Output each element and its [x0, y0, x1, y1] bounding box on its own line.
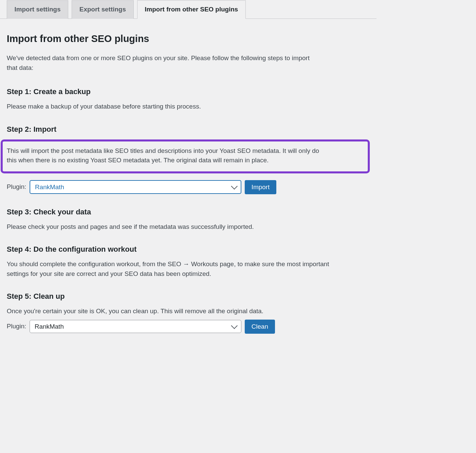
step5-form-row: Plugin: RankMath Clean — [7, 320, 370, 334]
intro-text: We've detected data from one or more SEO… — [7, 53, 319, 73]
clean-button[interactable]: Clean — [245, 320, 275, 334]
step1-heading: Step 1: Create a backup — [7, 86, 370, 97]
step4-desc: You should complete the configuration wo… — [7, 259, 329, 279]
page-title: Import from other SEO plugins — [7, 32, 370, 46]
tab-import-other-seo[interactable]: Import from other SEO plugins — [137, 0, 246, 19]
step3-heading: Step 3: Check your data — [7, 206, 370, 217]
step5-heading: Step 5: Clean up — [7, 291, 370, 302]
step1-desc: Please make a backup of your database be… — [7, 102, 329, 112]
step5-plugin-select-wrap: RankMath — [30, 320, 241, 333]
tab-import-settings[interactable]: Import settings — [7, 0, 68, 19]
step5-plugin-label: Plugin: — [7, 322, 26, 331]
tabs-bar: Import settings Export settings Import f… — [0, 0, 376, 19]
step2-desc: This will import the post metadata like … — [7, 146, 329, 165]
import-button[interactable]: Import — [245, 180, 276, 194]
step2-highlight-box: This will import the post metadata like … — [1, 139, 370, 173]
step3-desc: Please check your posts and pages and se… — [7, 222, 329, 232]
step2-plugin-label: Plugin: — [7, 182, 26, 192]
step2-heading: Step 2: Import — [7, 124, 370, 135]
step2-plugin-select[interactable]: RankMath — [30, 180, 241, 194]
step4-heading: Step 4: Do the configuration workout — [7, 244, 370, 255]
step5-plugin-select[interactable]: RankMath — [30, 320, 241, 333]
step2-form-row: Plugin: RankMath Import — [7, 180, 370, 194]
main-content: Import from other SEO plugins We've dete… — [0, 19, 376, 340]
step2-plugin-select-wrap: RankMath — [30, 180, 241, 194]
tab-export-settings[interactable]: Export settings — [72, 0, 133, 19]
step5-desc: Once you're certain your site is OK, you… — [7, 306, 329, 316]
